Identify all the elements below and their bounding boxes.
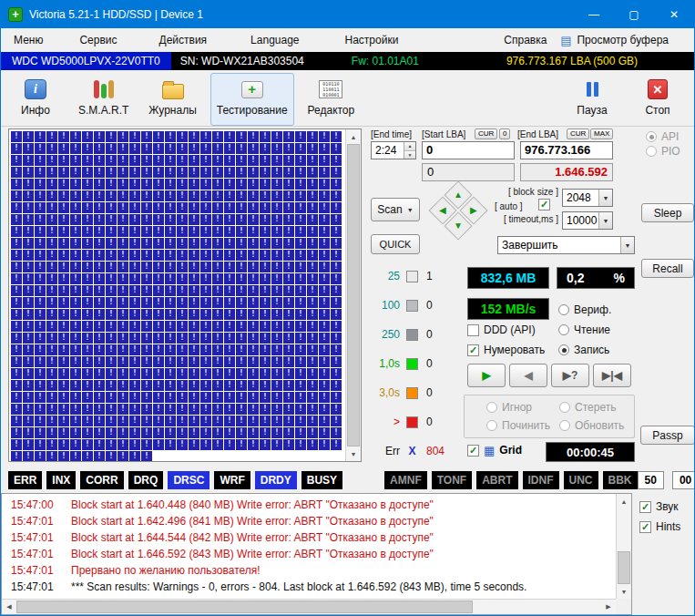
logs-tab-button[interactable]: Журналы: [142, 73, 202, 126]
scan-block: !: [106, 250, 117, 261]
spin-up-icon[interactable]: ▲: [404, 142, 415, 151]
grid-checkbox[interactable]: ✓: [467, 445, 479, 457]
write-radio[interactable]: Запись: [558, 344, 609, 356]
register-value: 50: [638, 471, 664, 489]
scan-block: !: [248, 131, 259, 142]
smart-tab-button[interactable]: S.M.A.R.T: [72, 73, 135, 126]
scan-block: !: [319, 297, 330, 308]
buffer-view-toggle[interactable]: ▤ Просмотр буфера: [560, 34, 669, 46]
scan-block: !: [82, 333, 93, 344]
minimize-button[interactable]: —: [574, 1, 614, 28]
on-end-action-select[interactable]: Завершить ▼: [497, 236, 635, 254]
scan-block: !: [189, 226, 199, 237]
scan-block: !: [260, 321, 271, 332]
log-scroll-thumb[interactable]: [618, 551, 630, 584]
end-lba-cur-button[interactable]: CUR: [567, 128, 589, 139]
end-lba-max-button[interactable]: MAX: [590, 128, 613, 139]
menu-main[interactable]: Меню: [6, 30, 50, 50]
grid-scroll-track[interactable]: [346, 144, 361, 447]
device-info-bar: WDC WD5000LPVX-22V0TT0 SN: WD-WX21AB3035…: [1, 52, 694, 70]
numerate-checkbox[interactable]: ✓ Нумеровать: [467, 344, 545, 356]
scan-block: !: [70, 226, 81, 237]
scan-block: !: [177, 333, 188, 344]
scan-block: !: [35, 321, 46, 332]
scan-block: !: [70, 179, 81, 190]
info-tab-button[interactable]: i Инфо: [6, 73, 65, 126]
editor-tab-button[interactable]: 010110 110011 010001 Редактор: [302, 73, 362, 126]
dropdown-arrow-icon[interactable]: ▼: [598, 212, 612, 229]
read-radio[interactable]: Чтение: [558, 323, 610, 336]
quick-button[interactable]: QUICK: [371, 234, 420, 254]
grid-scrollbar[interactable]: ▲ ▼: [345, 129, 361, 461]
test-tab-button[interactable]: + Тестирование: [210, 73, 294, 126]
end-lba-input[interactable]: 976.773.166: [520, 141, 613, 159]
start-lba-zero-button[interactable]: 0: [499, 128, 510, 139]
scan-block: !: [46, 190, 57, 201]
auto-checkbox[interactable]: ✓: [538, 199, 550, 210]
grid-scroll-thumb[interactable]: [347, 144, 360, 447]
scan-block: !: [141, 416, 152, 426]
block-size-select[interactable]: 2048 ▼: [562, 189, 613, 207]
skip-defect-button[interactable]: ▶?: [551, 364, 589, 387]
scroll-up-icon[interactable]: ▲: [617, 494, 631, 508]
stop-button[interactable]: ✕ Стоп: [629, 73, 687, 126]
pause-button[interactable]: Пауза: [563, 73, 621, 126]
pio-label: PIO: [661, 145, 680, 158]
close-button[interactable]: ✕: [654, 1, 694, 28]
scan-block: !: [35, 131, 46, 142]
scan-block: !: [70, 392, 81, 403]
scroll-up-icon[interactable]: ▲: [346, 129, 361, 144]
hints-checkbox[interactable]: ✓ Hints: [639, 520, 680, 533]
dropdown-arrow-icon[interactable]: ▼: [598, 190, 612, 206]
scroll-right-icon[interactable]: ▶: [601, 600, 616, 614]
back-button[interactable]: ◀: [509, 364, 547, 387]
scan-block: !: [94, 167, 105, 178]
scroll-down-icon[interactable]: ▼: [346, 447, 361, 461]
log-message: Block start at 1.644.544 (842 MB) Write …: [71, 529, 434, 546]
ddd-api-checkbox[interactable]: ✓ DDD (API): [467, 323, 536, 336]
play-button[interactable]: ▶: [467, 364, 506, 387]
timeout-select[interactable]: 10000 ▼: [562, 211, 613, 230]
scan-block: !: [319, 143, 330, 154]
menu-help[interactable]: Справка: [496, 30, 554, 50]
verify-radio[interactable]: Вериф.: [558, 303, 611, 316]
spin-down-icon[interactable]: ▼: [404, 151, 415, 159]
menu-actions[interactable]: Действия: [152, 30, 215, 50]
passp-button[interactable]: Passp: [640, 426, 695, 445]
menu-language[interactable]: Language: [243, 30, 306, 50]
legend-label: 3,0s: [371, 386, 400, 399]
scan-block: !: [236, 167, 247, 178]
scan-block: !: [295, 356, 306, 367]
scan-block: !: [189, 321, 199, 332]
maximize-button[interactable]: ▢: [614, 1, 654, 28]
sleep-button[interactable]: Sleep: [641, 203, 694, 222]
recall-button[interactable]: Recall: [641, 259, 694, 278]
scan-block: !: [58, 392, 69, 403]
end-time-spinner[interactable]: 2:24 ▲ ▼: [371, 141, 416, 159]
scan-block: !: [260, 309, 271, 320]
log-hscroll-thumb[interactable]: [16, 601, 473, 613]
spin-buttons[interactable]: ▲ ▼: [404, 142, 415, 159]
dropdown-arrow-icon[interactable]: ▼: [620, 237, 634, 253]
log-scroll-track[interactable]: [617, 508, 631, 584]
scan-block: !: [23, 238, 34, 249]
scan-block: !: [212, 273, 223, 284]
scroll-left-icon[interactable]: ◀: [2, 600, 16, 614]
scan-block: !: [58, 250, 69, 261]
seek-edges-button[interactable]: ▶|◀: [593, 364, 631, 387]
scan-button[interactable]: Scan ▼: [371, 198, 420, 221]
scan-block: !: [11, 451, 22, 461]
scan-block: !: [224, 333, 235, 344]
start-lba-cur-button[interactable]: CUR: [475, 128, 497, 139]
log-hscroll-track[interactable]: [16, 600, 601, 614]
menu-service[interactable]: Сервис: [72, 30, 124, 50]
scan-block: !: [224, 309, 235, 320]
log-scrollbar-horizontal[interactable]: ◀ ▶: [2, 599, 616, 614]
log-scrollbar-vertical[interactable]: ▲ ▼: [616, 494, 631, 599]
sound-checkbox[interactable]: ✓ Звук: [639, 500, 679, 513]
menu-settings[interactable]: Настройки: [338, 30, 406, 50]
scan-block: !: [271, 392, 282, 403]
scroll-down-icon[interactable]: ▼: [617, 584, 631, 599]
scan-block: !: [153, 202, 164, 213]
start-lba-input[interactable]: 0: [422, 141, 515, 159]
